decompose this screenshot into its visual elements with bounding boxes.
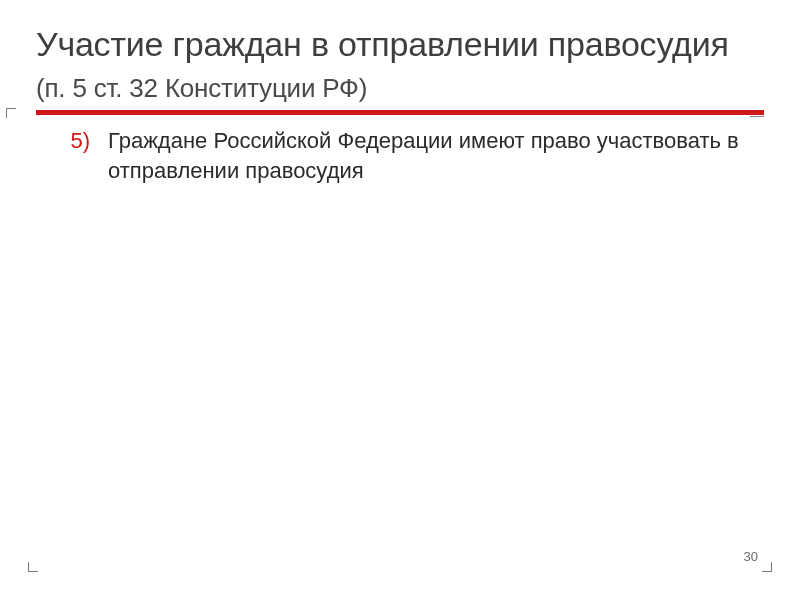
body-content: 5) Граждане Российской Федерации имеют п… (36, 126, 764, 188)
list-text: Граждане Российской Федерации имеют прав… (108, 126, 744, 188)
title-main: Участие граждан в отправлении правосудия (36, 25, 729, 63)
crop-mark-bottom-right (762, 562, 772, 572)
list-item: 5) Граждане Российской Федерации имеют п… (64, 126, 744, 188)
crop-mark-bottom-left (28, 562, 38, 572)
title-sub: (п. 5 ст. 32 Конституции РФ) (36, 73, 367, 103)
divider-tick (750, 116, 764, 117)
crop-mark-top-left (6, 108, 16, 118)
slide-title: Участие граждан в отправлении правосудия… (36, 24, 764, 106)
list-number: 5) (64, 126, 90, 156)
title-divider (36, 110, 764, 116)
divider-bar (36, 110, 764, 115)
slide: Участие граждан в отправлении правосудия… (0, 0, 800, 600)
page-number: 30 (744, 549, 758, 564)
